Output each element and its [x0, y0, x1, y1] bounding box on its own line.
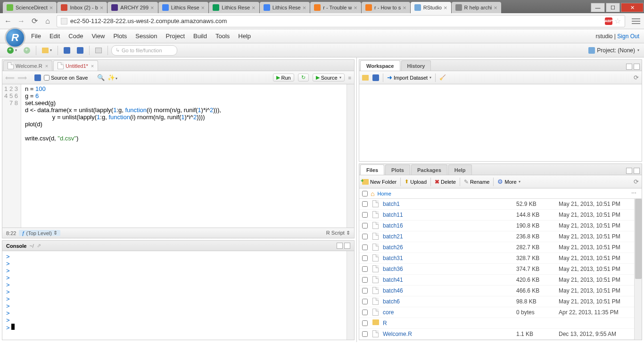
browser-tab[interactable]: Inbox (2) - b× — [57, 2, 107, 13]
file-checkbox[interactable] — [362, 331, 368, 337]
goto-file-input[interactable]: ↳Go to file/function — [111, 45, 177, 56]
tab-close-icon[interactable]: × — [201, 4, 205, 11]
console-scrollbar[interactable] — [347, 251, 354, 340]
browser-tab[interactable]: ARCHY 299× — [107, 2, 157, 13]
file-row[interactable]: batch26282.7 KBMay 21, 2013, 10:51 PM — [359, 242, 642, 253]
file-name[interactable]: batch46 — [383, 287, 516, 294]
file-name[interactable]: batch36 — [383, 266, 516, 272]
project-selector[interactable]: Project: (None) ▾ — [588, 47, 639, 54]
clear-workspace-icon[interactable]: 🧹 — [439, 74, 446, 81]
forward-button[interactable]: → — [17, 17, 25, 25]
file-checkbox[interactable] — [362, 245, 368, 250]
menu-code[interactable]: Code — [68, 33, 83, 40]
file-row[interactable]: batch21236.8 KBMay 21, 2013, 10:51 PM — [359, 231, 642, 242]
file-name[interactable]: batch21 — [383, 233, 516, 240]
wand-icon[interactable]: ✨▾ — [107, 74, 117, 81]
tab-workspace[interactable]: Workspace — [360, 60, 400, 71]
file-checkbox[interactable] — [362, 288, 368, 294]
file-row[interactable]: batch698.8 KBMay 21, 2013, 10:51 PM — [359, 296, 642, 307]
tab-close-icon[interactable]: × — [354, 4, 357, 11]
editor-save-icon[interactable] — [34, 74, 41, 81]
tab-help[interactable]: Help — [448, 164, 472, 175]
scope-selector[interactable]: ƒ(Top Level) ⇕ — [19, 230, 60, 236]
tab-close-icon[interactable]: × — [45, 63, 48, 69]
code-editor[interactable]: 1 2 3 4 5 6 7 8 n = 100 g = 6 set.seed(g… — [2, 84, 354, 228]
menu-plots[interactable]: Plots — [113, 33, 127, 40]
file-row[interactable]: Welcome.R1.1 KBDec 13, 2012, 9:55 AM — [359, 329, 642, 340]
source-button[interactable]: ▶Source▾ — [313, 74, 345, 82]
console-body[interactable]: > > > > > > > > > > > — [2, 251, 354, 340]
file-row[interactable]: batch36374.7 KBMay 21, 2013, 10:51 PM — [359, 264, 642, 275]
editor-scrollbar[interactable] — [347, 84, 354, 228]
file-name[interactable]: batch26 — [383, 244, 516, 251]
file-checkbox[interactable] — [362, 223, 368, 229]
menu-help[interactable]: Help — [238, 33, 251, 40]
browser-tab[interactable]: r - Trouble w× — [310, 2, 361, 13]
file-checkbox[interactable] — [362, 212, 368, 218]
file-row[interactable]: batch31328.7 KBMay 21, 2013, 10:51 PM — [359, 253, 642, 264]
maximize-button[interactable]: ☐ — [606, 3, 620, 12]
menu-edit[interactable]: Edit — [50, 33, 60, 40]
files-scrollbar[interactable] — [634, 199, 642, 340]
save-workspace-icon[interactable] — [372, 74, 379, 81]
file-row[interactable]: batch41420.6 KBMay 21, 2013, 10:51 PM — [359, 275, 642, 286]
file-name[interactable]: batch31 — [383, 255, 516, 261]
menu-session[interactable]: Session — [135, 33, 157, 40]
tab-close-icon[interactable]: × — [494, 4, 497, 11]
tab-history[interactable]: History — [401, 60, 431, 71]
tab-close-icon[interactable]: × — [50, 4, 53, 11]
refresh-files-icon[interactable]: ⟳ — [634, 178, 639, 185]
address-bar[interactable]: ec2-50-112-228-222.us-west-2.compute.ama… — [57, 15, 625, 27]
file-row[interactable]: batch152.9 KBMay 21, 2013, 10:51 PM — [359, 199, 642, 210]
file-name[interactable]: batch6 — [383, 298, 516, 305]
file-checkbox[interactable] — [362, 310, 368, 315]
tab-packages[interactable]: Packages — [411, 164, 447, 175]
save-all-button[interactable] — [74, 45, 86, 56]
back-button[interactable]: ← — [4, 17, 12, 25]
file-checkbox[interactable] — [362, 234, 368, 239]
file-row[interactable]: core0 bytesApr 22, 2013, 11:35 PM — [359, 307, 642, 318]
import-dataset-button[interactable]: ➜Import Dataset▾ — [387, 74, 431, 81]
upload-button[interactable]: ⬆Upload — [405, 179, 427, 185]
file-name[interactable]: R — [383, 320, 516, 327]
print-button[interactable] — [93, 45, 104, 56]
file-name[interactable]: batch1 — [383, 201, 516, 207]
delete-button[interactable]: ✖Delete — [435, 179, 456, 185]
files-max-icon[interactable] — [634, 168, 640, 174]
reload-button[interactable]: ⟳ — [30, 17, 39, 25]
browser-tab[interactable]: r - How to s× — [362, 2, 410, 13]
home-icon[interactable]: ⌂ — [371, 190, 374, 197]
editor-tab[interactable]: Untitled1*× — [53, 60, 98, 71]
menu-project[interactable]: Project — [166, 33, 185, 40]
refresh-workspace-icon[interactable]: ⟳ — [634, 74, 639, 81]
file-checkbox[interactable] — [362, 277, 368, 283]
tab-close-icon[interactable]: × — [91, 63, 94, 69]
files-min-icon[interactable] — [626, 168, 632, 174]
save-button[interactable] — [61, 45, 73, 56]
file-row[interactable]: R — [359, 318, 642, 329]
bookmark-star-icon[interactable]: ☆ — [614, 16, 621, 25]
new-folder-button[interactable]: +New Folder — [362, 179, 396, 185]
browser-tab[interactable]: RStudio× — [411, 2, 451, 13]
minimize-button[interactable]: — — [591, 3, 605, 12]
tab-close-icon[interactable]: × — [100, 4, 104, 11]
sign-out-link[interactable]: Sign Out — [617, 33, 639, 40]
browser-tab[interactable]: Lithics Rese× — [260, 2, 310, 13]
menu-tools[interactable]: Tools — [215, 33, 230, 40]
tab-close-icon[interactable]: × — [444, 4, 447, 11]
rerun-button[interactable]: ↻ — [298, 74, 309, 82]
file-name[interactable]: Welcome.R — [383, 331, 516, 337]
open-file-button[interactable]: ▾ — [40, 45, 54, 56]
tab-files[interactable]: Files — [360, 164, 384, 175]
tab-close-icon[interactable]: × — [150, 4, 154, 11]
ws-max-icon[interactable] — [634, 64, 640, 70]
file-row[interactable]: batch46466.6 KBMay 21, 2013, 10:51 PM — [359, 286, 642, 296]
console-max-icon[interactable] — [344, 243, 350, 249]
tab-close-icon[interactable]: × — [303, 4, 306, 11]
file-name[interactable]: batch41 — [383, 277, 516, 283]
run-button[interactable]: ▶Run — [273, 74, 294, 82]
home-link[interactable]: Home — [377, 191, 391, 196]
file-row[interactable]: batch11144.8 KBMay 21, 2013, 10:51 PM — [359, 210, 642, 220]
browser-tab[interactable]: Lithics Rese× — [158, 2, 209, 13]
file-checkbox[interactable] — [362, 320, 368, 326]
